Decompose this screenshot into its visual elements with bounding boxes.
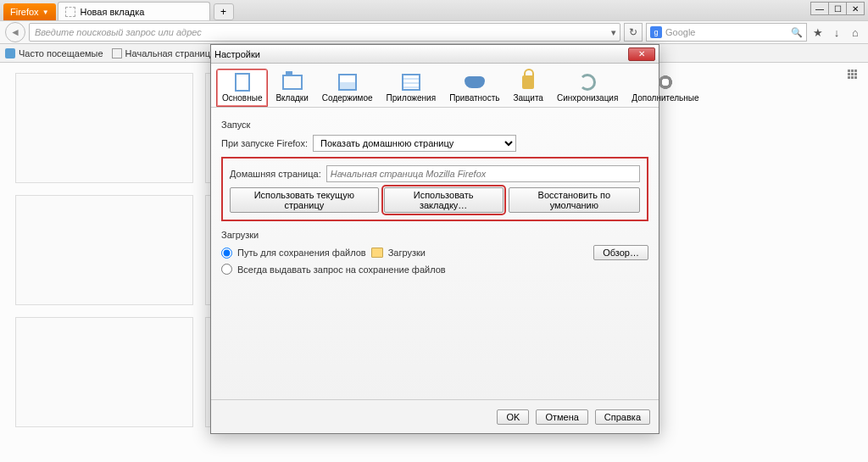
tab-advanced-label: Дополнительные <box>632 93 698 103</box>
restore-default-button[interactable]: Восстановить по умолчанию <box>509 187 640 213</box>
reload-button[interactable]: ↻ <box>624 23 643 42</box>
gear-icon <box>654 73 677 92</box>
tab-tabs-label: Вкладки <box>275 93 308 103</box>
help-button[interactable]: Справка <box>595 409 650 425</box>
tab-tabs[interactable]: Вкладки <box>270 69 314 107</box>
settings-dialog: Настройки ✕ Основные Вкладки Содержимое … <box>210 44 659 434</box>
tab-general-label: Основные <box>222 93 262 103</box>
tab-content[interactable]: Содержимое <box>316 69 379 107</box>
tab-privacy-label: Приватность <box>449 93 499 103</box>
tabs-icon <box>281 73 304 92</box>
speed-dial-tile[interactable] <box>15 195 193 305</box>
tab-sync[interactable]: Синхронизация <box>551 69 624 107</box>
tab-security-label: Защита <box>513 93 542 103</box>
when-start-select[interactable]: Показать домашнюю страницу <box>313 135 516 152</box>
start-page-label: Начальная страница <box>125 48 215 58</box>
tab-applications[interactable]: Приложения <box>381 69 442 107</box>
tab-advanced[interactable]: Дополнительные <box>626 69 704 107</box>
apps-icon <box>399 73 423 92</box>
use-bookmark-button[interactable]: Использовать закладку… <box>384 187 504 213</box>
startup-section-label: Запуск <box>221 120 648 130</box>
ok-button[interactable]: OK <box>497 409 529 425</box>
homepage-label: Домашняя страница: <box>230 169 321 179</box>
search-bar[interactable]: g Google 🔍 <box>646 23 807 42</box>
browse-button[interactable]: Обзор… <box>593 245 648 260</box>
downloads-folder-name: Загрузки <box>388 248 426 258</box>
settings-panel-general: Запуск При запуске Firefox: Показать дом… <box>211 108 659 399</box>
general-icon <box>231 73 254 92</box>
back-button[interactable]: ◄ <box>5 22 25 42</box>
speed-dial-tile[interactable] <box>15 73 193 183</box>
toggle-tiles-button[interactable] <box>848 70 860 81</box>
cancel-button[interactable]: Отмена <box>536 409 587 425</box>
tab-security[interactable]: Защита <box>507 69 548 107</box>
always-ask-radio[interactable] <box>221 264 232 275</box>
dialog-close-button[interactable]: ✕ <box>628 47 655 61</box>
tab-general[interactable]: Основные <box>216 69 268 107</box>
new-tab-button[interactable]: + <box>214 3 234 20</box>
dialog-titlebar[interactable]: Настройки ✕ <box>211 45 659 64</box>
url-placeholder: Введите поисковый запрос или адрес <box>35 27 202 37</box>
content-icon <box>336 73 359 92</box>
url-bar[interactable]: Введите поисковый запрос или адрес ▾ <box>29 23 620 42</box>
privacy-icon <box>463 73 487 92</box>
tab-bar: Firefox ▼ Новая вкладка + — ☐ ✕ <box>0 0 868 20</box>
search-icon[interactable]: 🔍 <box>791 27 803 38</box>
firefox-menu-label: Firefox <box>10 7 39 17</box>
sync-icon <box>576 73 599 92</box>
tab-privacy[interactable]: Приватность <box>443 69 505 107</box>
bookmark-start-page[interactable]: Начальная страница <box>112 48 215 58</box>
tab-content-label: Содержимое <box>322 93 373 103</box>
security-icon <box>516 73 540 92</box>
when-start-label: При запуске Firefox: <box>221 138 308 148</box>
chevron-down-icon: ▼ <box>42 8 49 16</box>
settings-tab-strip: Основные Вкладки Содержимое Приложения П… <box>211 64 659 108</box>
nav-bar: ◄ Введите поисковый запрос или адрес ▾ ↻… <box>0 20 868 44</box>
bookmark-star-button[interactable]: ★ <box>810 25 826 40</box>
save-path-label: Путь для сохранения файлов <box>237 248 366 258</box>
bookmark-most-visited[interactable]: Часто посещаемые <box>5 48 103 58</box>
firefox-menu-button[interactable]: Firefox ▼ <box>3 3 56 20</box>
window-maximize-button[interactable]: ☐ <box>828 2 847 15</box>
google-icon: g <box>650 26 662 38</box>
save-to-folder-radio[interactable] <box>221 248 232 259</box>
start-page-icon <box>112 48 122 58</box>
browser-tab[interactable]: Новая вкладка <box>58 2 210 20</box>
most-visited-label: Часто посещаемые <box>19 48 103 58</box>
speed-dial-tile[interactable] <box>15 317 193 427</box>
downloads-button[interactable]: ↓ <box>829 25 844 40</box>
most-visited-icon <box>5 48 15 58</box>
url-dropdown-icon[interactable]: ▾ <box>611 27 616 38</box>
dialog-title: Настройки <box>214 49 260 59</box>
dialog-footer: OK Отмена Справка <box>211 399 659 433</box>
tab-title: Новая вкладка <box>81 7 145 17</box>
use-current-page-button[interactable]: Использовать текущую страницу <box>230 187 379 213</box>
downloads-section-label: Загрузки <box>221 230 648 240</box>
window-minimize-button[interactable]: — <box>810 2 829 15</box>
home-button[interactable]: ⌂ <box>848 25 863 40</box>
always-ask-label: Всегда выдавать запрос на сохранение фай… <box>237 264 446 275</box>
homepage-group-highlight: Домашняя страница: Использовать текущую … <box>221 157 648 221</box>
tab-applications-label: Приложения <box>387 93 437 103</box>
homepage-input[interactable] <box>326 165 640 182</box>
folder-icon <box>371 248 383 258</box>
tab-sync-label: Синхронизация <box>557 93 618 103</box>
search-engine-label: Google <box>665 27 695 37</box>
window-close-button[interactable]: ✕ <box>846 2 865 15</box>
tab-favicon-icon <box>65 7 75 17</box>
